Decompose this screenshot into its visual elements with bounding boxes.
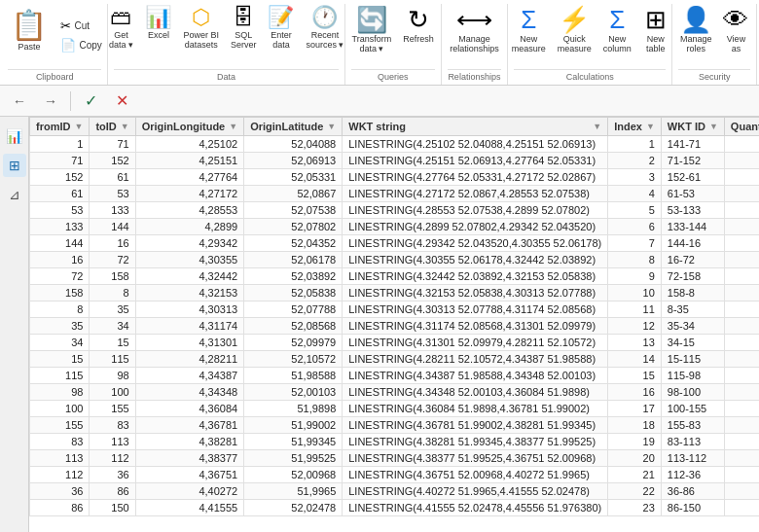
copy-button[interactable]: 📄 Copy	[56, 36, 105, 54]
new-measure-button[interactable]: Σ Newmeasure	[507, 4, 551, 56]
cell-toid: 15	[90, 335, 135, 351]
cell-toid: 152	[90, 153, 135, 169]
excel-button[interactable]: 📊 Excel	[140, 4, 176, 43]
col-qty-label: Quantity	[731, 121, 759, 132]
table-row[interactable]: 8354,3031352,07788LINESTRING(4.30313 52.…	[30, 301, 760, 318]
cell-toid: 16	[90, 235, 135, 252]
cell-originlongitude: 4,25151	[135, 153, 243, 169]
table-row[interactable]: 981004,3434852,00103LINESTRING(4.34348 5…	[30, 384, 760, 401]
cell-originlatitude: 51,99002	[244, 417, 343, 434]
recent-sources-icon: 🕐	[311, 7, 338, 28]
cell-quantity: 98	[724, 434, 759, 450]
manage-roles-button[interactable]: 👤 Manageroles	[675, 4, 717, 56]
cell-toid: 113	[90, 434, 135, 450]
cell-toid: 34	[90, 318, 135, 335]
table-row[interactable]: 16724,3035552,06178LINESTRING(4.30355 52…	[30, 252, 760, 268]
security-group-label: Security	[678, 69, 750, 85]
table-row[interactable]: 831134,3828151,99345LINESTRING(4.38281 5…	[30, 434, 760, 450]
cell-originlatitude: 52,07802	[244, 219, 343, 235]
cell-quantity: 91	[724, 401, 759, 417]
quick-measure-button[interactable]: ⚡ Quickmeasure	[553, 4, 596, 56]
refresh-button[interactable]: ↻ Refresh	[398, 4, 439, 47]
new-table-button[interactable]: ⊞ Newtable	[638, 4, 673, 56]
cell-index: 2	[608, 153, 662, 169]
table-row[interactable]: 531334,2855352,07538LINESTRING(4.28553 5…	[30, 202, 760, 219]
cell-originlongitude: 4,38377	[135, 450, 243, 467]
table-row[interactable]: 112364,3675152,00968LINESTRING(4.36751 5…	[30, 467, 760, 483]
table-row[interactable]: 61534,2717252,0867LINESTRING(4.27172 52.…	[30, 186, 760, 202]
cell-wktid: 155-83	[661, 417, 724, 434]
table-row[interactable]: 144164,2934252,04352LINESTRING(4.29342 5…	[30, 235, 760, 252]
cell-wktstring: LINESTRING(4.27764 52.05331,4.27172 52.0…	[343, 169, 608, 186]
cell-originlongitude: 4,30313	[135, 301, 243, 318]
cell-index: 10	[608, 285, 662, 301]
view-as-label: Viewas	[727, 34, 745, 53]
recent-sources-button[interactable]: 🕐 Recentsources ▾	[301, 4, 348, 53]
cell-index: 13	[608, 335, 662, 351]
manage-relationships-button[interactable]: ⟷ Managerelationships	[445, 4, 504, 56]
table-row[interactable]: 861504,4155552,02478LINESTRING(4.41555 5…	[30, 500, 760, 516]
col-fromid-sort: ▼	[74, 122, 83, 131]
table-row[interactable]: 711524,2515152,06913LINESTRING(4.25151 5…	[30, 153, 760, 169]
table-row[interactable]: 1001554,3608451,9898LINESTRING(4.36084 5…	[30, 401, 760, 417]
table-row[interactable]: 1714,2510252,04088LINESTRING(4.25102 52.…	[30, 136, 760, 153]
table-row[interactable]: 721584,3244252,03892LINESTRING(4.32442 5…	[30, 268, 760, 285]
forward-button[interactable]: →	[39, 89, 62, 113]
sql-label: SQLServer	[231, 30, 257, 50]
col-index-sort: ▼	[646, 122, 655, 131]
col-originlatitude[interactable]: OriginLatitude▼	[244, 118, 343, 136]
cell-toid: 61	[90, 169, 135, 186]
col-toid[interactable]: toID▼	[90, 118, 135, 136]
col-fromid[interactable]: fromID▼	[30, 118, 90, 136]
table-row[interactable]: 152614,2776452,05331LINESTRING(4.27764 5…	[30, 169, 760, 186]
col-originlongitude[interactable]: OriginLongitude▼	[135, 118, 243, 136]
table-row[interactable]: 35344,3117452,08568LINESTRING(4.31174 52…	[30, 318, 760, 335]
transform-icon: 🔄	[356, 7, 387, 32]
table-row[interactable]: 115984,3438751,98588LINESTRING(4.34387 5…	[30, 368, 760, 384]
cell-wktstring: LINESTRING(4.28211 52.10572,4.34387 51.9…	[343, 351, 608, 368]
enter-data-button[interactable]: 📝 Enterdata	[263, 4, 299, 53]
col-quantity[interactable]: Quantity▼	[724, 118, 759, 136]
cell-wktstring: LINESTRING(4.2899 52.07802,4.29342 52.04…	[343, 219, 608, 235]
col-wktid[interactable]: WKT ID▼	[661, 118, 724, 136]
get-data-button[interactable]: 🗃 Getdata ▾	[103, 4, 138, 53]
table-row[interactable]: 155834,3678151,99002LINESTRING(4.36781 5…	[30, 417, 760, 434]
col-fromid-label: fromID	[36, 121, 70, 132]
cell-toid: 158	[90, 268, 135, 285]
security-items: 👤 Manageroles 👁 Viewas	[675, 4, 754, 67]
cut-button[interactable]: ✂ Cut	[56, 17, 105, 35]
table-row[interactable]: 36864,4027251,9965LINESTRING(4.40272 51.…	[30, 483, 760, 500]
confirm-button[interactable]: ✓	[79, 89, 102, 113]
sidebar-item-report[interactable]: 📊	[3, 124, 26, 148]
cell-quantity: 6	[724, 351, 759, 368]
col-index[interactable]: Index▼	[608, 118, 662, 136]
cell-wktid: 158-8	[661, 285, 724, 301]
power-bi-button[interactable]: ⬡ Power BIdatasets	[178, 4, 224, 53]
paste-button[interactable]: 📋 Paste	[3, 4, 54, 67]
cell-originlatitude: 52,04352	[244, 235, 343, 252]
cell-index: 21	[608, 467, 662, 483]
transform-button[interactable]: 🔄 Transformdata ▾	[347, 4, 397, 56]
cell-wktid: 8-35	[661, 301, 724, 318]
new-column-button[interactable]: Σ Newcolumn	[598, 4, 636, 56]
table-row[interactable]: 1131124,3837751,99525LINESTRING(4.38377 …	[30, 450, 760, 467]
cell-wktstring: LINESTRING(4.32442 52.03892,4.32153 52.0…	[343, 268, 608, 285]
cell-wktstring: LINESTRING(4.34348 52.00103,4.36084 51.9…	[343, 384, 608, 401]
cell-wktstring: LINESTRING(4.34387 51.98588,4.34348 52.0…	[343, 368, 608, 384]
cell-quantity: 19	[724, 417, 759, 434]
col-wktstring[interactable]: WKT string▼	[343, 118, 608, 136]
manage-relationships-icon: ⟷	[456, 7, 492, 32]
col-lon-label: OriginLongitude	[142, 121, 226, 132]
cell-fromid: 86	[30, 500, 90, 516]
table-row[interactable]: 1331444,289952,07802LINESTRING(4.2899 52…	[30, 219, 760, 235]
sidebar-item-model[interactable]: ⊿	[3, 183, 26, 206]
sql-server-button[interactable]: 🗄 SQLServer	[226, 4, 262, 53]
cell-wktstring: LINESTRING(4.38281 51.99345,4.38377 51.9…	[343, 434, 608, 450]
cancel-button[interactable]: ✕	[110, 89, 133, 113]
table-row[interactable]: 151154,2821152,10572LINESTRING(4.28211 5…	[30, 351, 760, 368]
table-row[interactable]: 34154,3130152,09979LINESTRING(4.31301 52…	[30, 335, 760, 351]
sidebar-item-data[interactable]: ⊞	[3, 154, 26, 177]
view-as-button[interactable]: 👁 Viewas	[718, 4, 753, 56]
back-button[interactable]: ←	[8, 89, 31, 113]
table-row[interactable]: 15884,3215352,05838LINESTRING(4.32153 52…	[30, 285, 760, 301]
